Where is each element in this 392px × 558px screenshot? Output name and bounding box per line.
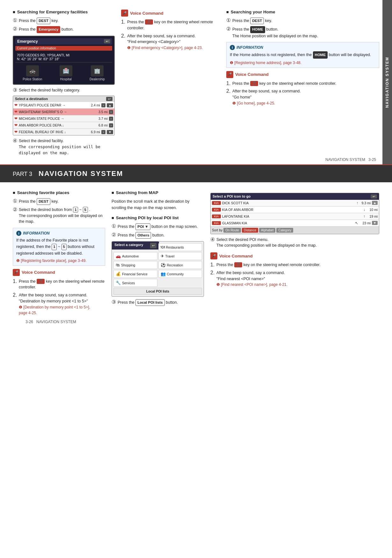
dest-nav-btn-4[interactable]: › <box>109 123 113 127</box>
fav-voice-heading: 🎤 Voice Command <box>13 269 105 276</box>
favorite-places-column: Searching favorite places ① Press the DE… <box>13 190 105 318</box>
poi-step2: ② Press the Others button. <box>112 232 204 239</box>
dest-nav-btn-5[interactable]: › <box>101 130 105 134</box>
dest-item-2[interactable]: ❤ WASHTENAW SHERRIF'S O → 3.5 mi › <box>13 109 114 115</box>
vc-step1: 1. Press the 🎵 key on the steering wheel… <box>121 19 220 31</box>
cat-services[interactable]: 🔧 Services <box>113 279 157 287</box>
info-icon: i <box>230 45 235 50</box>
map-poi-column: Searching from MAP Position the scroll m… <box>112 190 204 318</box>
dest-item-5[interactable]: ❤ FEDERAL BUREAU OF INVE ↓ 6.9 mi › ▼ <box>13 129 114 135</box>
home-step2: ② Press the HOME button. The Home positi… <box>226 26 379 39</box>
kia-icon-1: KIA <box>212 201 221 205</box>
restaurant-icon: 🍽 <box>161 245 165 250</box>
home-vc-step1: 1. Press the 🎵 key on the steering wheel… <box>226 81 379 87</box>
dest-nav-btn-2[interactable]: › <box>109 110 113 114</box>
screen-back-btn[interactable]: ↩ <box>104 39 110 43</box>
cat-shopping[interactable]: 🛍 Shopping <box>113 261 157 269</box>
home-info-box: i INFORMATION If the Home address is not… <box>226 42 379 68</box>
fav-btn-range-end: 5 <box>62 244 67 250</box>
voice-icon-home: 🎤 <box>226 71 233 78</box>
poi-btn: POI ▼ <box>135 223 150 230</box>
emergency-step4: ④ Select the desired facility. The corre… <box>13 138 115 156</box>
dest-item-3[interactable]: ❤ MICHIGAN STATE POLICE → 3.7 mi › <box>13 115 114 122</box>
kia-icon-4: KIA <box>212 221 221 225</box>
dest-back-btn[interactable]: ↩ <box>106 97 113 101</box>
fav-ref-link: ❶ [Registering favorite place], page 3-4… <box>16 258 102 263</box>
map-heading: Searching from MAP <box>112 190 204 195</box>
kia-icon-3: KIA <box>212 214 221 218</box>
cat-travel[interactable]: ✈ Travel <box>158 252 202 260</box>
poi-scroll-up[interactable]: ▲ <box>372 201 378 205</box>
cat-restaurants[interactable]: 🍽 Restaurants <box>158 243 202 251</box>
poi-item-4[interactable]: KIA GLASSMAN KIA ↖ 23 mi ▼ <box>211 220 379 227</box>
home-button: HOME <box>250 26 265 33</box>
steering-key-fav: 🎵 <box>37 279 45 284</box>
sort-alphabet[interactable]: Alphabet <box>259 228 275 233</box>
automotive-icon: 🚗 <box>116 254 121 258</box>
emergency-column: Searching for Emergency facilities ① Pre… <box>13 10 115 158</box>
dest-nav-btn-3[interactable]: › <box>109 117 113 121</box>
cat-automotive[interactable]: 🚗 Automotive <box>113 252 157 260</box>
dest-scroll-btn-1[interactable]: ▲ <box>107 103 113 107</box>
poi-result-step4: ④ Select the desired POI menu. The corre… <box>210 237 379 249</box>
category-grid-header: Select a category ↩ <box>112 242 159 250</box>
poi-item-3[interactable]: KIA LAFONTAINE KIA ↑ 19 mi <box>211 213 379 220</box>
dest-icon-4: ❤ <box>14 123 18 127</box>
fav-step1: ① Press the DEST key. <box>13 198 105 205</box>
poi-item-2[interactable]: KIA KIA OF ANN ARBOR ↓ 10 mi <box>211 207 379 213</box>
poi-voice-heading: 🎤 Voice Command <box>210 252 379 259</box>
local-poi-btn: Local POI lists <box>135 299 164 306</box>
cat-local-poi[interactable]: Local POI lists <box>113 288 202 295</box>
fav-info-icon: i <box>16 231 21 236</box>
dest-list-header: Select a destination ↩ <box>13 96 114 102</box>
hospital-btn[interactable]: 🏥 Hospital <box>60 65 72 81</box>
voice-command-heading: 🎤 Voice Command <box>121 10 220 17</box>
poi-scroll-down[interactable]: ▼ <box>372 221 378 225</box>
dest-item-1[interactable]: ❤ YPSILANTI POLICE DEPAR → 2.4 mi › ▲ <box>13 102 114 109</box>
dest-icon-3: ❤ <box>14 116 18 121</box>
dealership-btn[interactable]: 🏢 Dealership <box>90 65 105 81</box>
sort-distance[interactable]: Distance <box>242 228 258 233</box>
dest-item-4[interactable]: ❤ ANN ARBOR POLICE DEPA ↓ 6.8 mi › <box>13 122 114 129</box>
cat-recreation[interactable]: ⚽ Recreation <box>158 261 202 269</box>
home-vc-step2: 2. After the beep sound, say a command. … <box>226 88 379 106</box>
dest-list: Select a destination ↩ ❤ YPSILANTI POLIC… <box>13 96 115 135</box>
page-number-top: NAVIGATION SYSTEM 3-25 <box>325 157 376 162</box>
dest-key-fav: DEST <box>37 198 50 205</box>
page-number-bottom: 3-26 NAVIGATION SYSTEM <box>13 318 379 326</box>
home-search-column: Searching your Home ① Press the DEST key… <box>226 10 379 158</box>
community-icon: 👥 <box>161 272 166 276</box>
services-icon: 🔧 <box>116 280 121 285</box>
sort-on-route[interactable]: On Route <box>223 228 241 233</box>
kia-icon-2: KIA <box>212 208 221 212</box>
poi-step1: ① Press the POI ▼ button on the map scre… <box>112 223 204 230</box>
poi-result-column: Select a POI icon to go ↩ KIA DICK SCOTT… <box>210 190 379 318</box>
recreation-icon: ⚽ <box>161 263 166 267</box>
financial-icon: 💰 <box>116 272 121 276</box>
police-station-btn[interactable]: 🚓 Police Station <box>23 65 42 81</box>
vc-step2: 2. After the beep sound, say a command. … <box>121 33 220 51</box>
poi-item-1[interactable]: KIA DICK SCOTT KIA ↑ 9.3 mi ▲ <box>211 200 379 207</box>
steering-key-home: 🎵 <box>250 81 258 86</box>
travel-icon: ✈ <box>161 254 164 258</box>
voice-command-column: 🎤 Voice Command 1. Press the 🎵 key on th… <box>121 10 220 158</box>
poi-sort-bar: Sort by On Route Distance Alphabet Categ… <box>211 227 379 234</box>
poi-back-btn[interactable]: ↩ <box>371 194 377 199</box>
btn-range-end: 5 <box>83 207 88 213</box>
cat-community[interactable]: 👥 Community <box>158 270 202 278</box>
dest-icon-2: ❤ <box>14 110 18 114</box>
category-back-btn[interactable]: ↩ <box>150 243 156 248</box>
screen-header: Emergency ↩ <box>15 38 112 45</box>
top-section: Searching for Emergency facilities ① Pre… <box>0 0 392 165</box>
category-grid: Select a category ↩ 🍽 Restaurants 🚗 Auto… <box>112 241 204 297</box>
cat-financial[interactable]: 💰 Financial Service <box>113 270 157 278</box>
dest-scroll-btn-5[interactable]: ▼ <box>107 130 113 134</box>
sort-category[interactable]: Category <box>276 228 293 233</box>
facility-icons: 🚓 Police Station 🏥 Hospital 🏢 Dealership <box>15 64 112 82</box>
dest-nav-btn-1[interactable]: › <box>101 103 105 107</box>
poi-step3: ③ Press the Local POI lists button. <box>112 299 204 306</box>
bottom-section: Searching favorite places ① Press the DE… <box>0 182 392 336</box>
map-desc: Position the scroll mark at the destinat… <box>112 198 204 211</box>
emergency-step1: ① Press the DEST key. <box>13 18 115 24</box>
screen-address: 7070 GEDDES RD, YPSILANTI, MI N: 42° 16'… <box>15 52 112 62</box>
